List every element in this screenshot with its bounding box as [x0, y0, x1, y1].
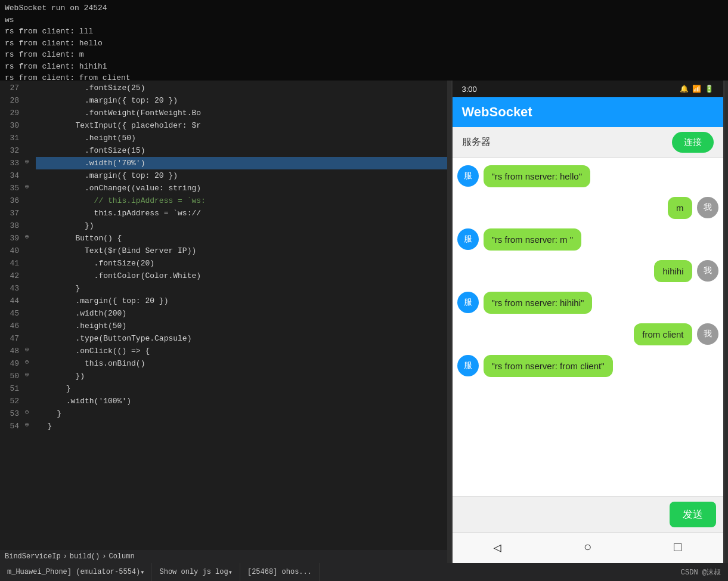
terminal-line: rs from client: hello — [5, 38, 723, 50]
breadcrumb-part-2: build() — [70, 552, 100, 561]
code-line: } — [36, 407, 447, 420]
gutter-icon — [24, 118, 36, 131]
chat-area[interactable]: 服"rs from nserver: hello"我m服"rs from nse… — [453, 158, 723, 496]
home-button[interactable]: ○ — [584, 540, 591, 555]
line-number: 53 — [5, 407, 19, 420]
gutter-icon: ⊖ — [24, 369, 36, 381]
gutter-icon — [24, 206, 36, 218]
line-number: 33 — [5, 157, 19, 169]
code-line: .fontSize(25) — [36, 82, 447, 94]
log-filter[interactable]: Show only js log ▾ — [152, 563, 240, 581]
gutter-icon: ⊖ — [24, 419, 36, 431]
chat-message: 服"rs from nserver: from client" — [457, 355, 718, 377]
code-line: this.ipAddress = `ws:// — [36, 207, 447, 220]
code-line: .fontSize(20) — [36, 257, 447, 270]
code-line: .fontWeight(FontWeight.Bo — [36, 107, 447, 119]
connect-button[interactable]: 连接 — [672, 132, 714, 153]
line-number: 45 — [5, 307, 19, 320]
code-line: Button() { — [36, 232, 447, 245]
code-line: .margin({ top: 20 }) — [36, 94, 447, 107]
chat-avatar: 服 — [457, 165, 479, 187]
code-line: .margin({ top: 20 }) — [36, 169, 447, 182]
chat-avatar: 我 — [697, 323, 718, 345]
gutter-icon — [24, 319, 36, 331]
line-numbers: 2728293031323334353637383940414243444546… — [0, 81, 24, 550]
code-line: .fontSize(15) — [36, 144, 447, 157]
gutter-icon — [24, 281, 36, 293]
code-line: .width('100%') — [36, 395, 447, 407]
csdn-badge: CSDN @沫叔 — [674, 567, 728, 577]
breadcrumb-part-1: BindServiceIp — [5, 552, 61, 561]
code-line: .onChange((value: string) — [36, 182, 447, 194]
gutter-icon — [24, 218, 36, 231]
gutter-icon — [24, 293, 36, 306]
phone-container: 3:00 🔔 📶 🔋 WebSocket 服务器 连接 服"rs from ns… — [447, 81, 728, 563]
code-line: this.onBind() — [36, 357, 447, 370]
back-button[interactable]: ◁ — [494, 540, 501, 556]
code-line: } — [36, 282, 447, 295]
line-number: 39 — [5, 232, 19, 245]
device-selector[interactable]: m_Huawei_Phone] (emulator-5554) ▾ — [0, 563, 152, 581]
chat-bubble: "rs from nserver: m " — [484, 228, 582, 251]
process-label: [25468] ohos... — [247, 568, 312, 576]
code-line: } — [36, 420, 447, 432]
device-dropdown-icon: ▾ — [140, 568, 144, 577]
chat-bubble: hihihi — [654, 260, 692, 282]
terminal-line: rs from client: lll — [5, 26, 723, 38]
terminal-line: WebSocket run on 24524 — [5, 2, 723, 14]
code-line: }) — [36, 220, 447, 232]
code-line: .width('70%') — [36, 157, 447, 169]
gutter-icon: ⊖ — [24, 181, 36, 193]
line-number: 36 — [5, 194, 19, 207]
line-number: 35 — [5, 182, 19, 194]
gutter-icon — [24, 168, 36, 181]
chat-message: 服"rs from nserver: m " — [457, 228, 718, 251]
line-number: 32 — [5, 144, 19, 157]
line-number: 27 — [5, 82, 19, 94]
line-number: 40 — [5, 245, 19, 257]
gutter-icon — [24, 243, 36, 256]
gutter-icon — [24, 193, 36, 206]
gutter-icon — [24, 331, 36, 344]
gutter-icon — [24, 81, 36, 93]
breadcrumb-sep-1: › — [63, 552, 67, 561]
code-line: .height(50) — [36, 320, 447, 332]
line-number: 44 — [5, 295, 19, 307]
line-number: 42 — [5, 270, 19, 282]
line-number: 30 — [5, 119, 19, 132]
line-number: 52 — [5, 395, 19, 407]
chat-avatar: 我 — [697, 197, 718, 218]
line-number: 34 — [5, 169, 19, 182]
bottom-bar: m_Huawei_Phone] (emulator-5554) ▾ Show o… — [0, 563, 728, 581]
chat-message: 我m — [457, 197, 718, 219]
send-button[interactable]: 发送 — [670, 502, 716, 527]
log-filter-label: Show only js log — [159, 568, 228, 576]
chat-message: 我hihihi — [457, 260, 718, 282]
gutter: ⊖⊖⊖⊖⊖⊖⊖⊖ — [24, 81, 36, 550]
breadcrumb-sep-2: › — [102, 552, 106, 561]
recents-button[interactable]: □ — [674, 540, 681, 555]
code-editor: 2728293031323334353637383940414243444546… — [0, 81, 447, 563]
chat-bubble: from client — [634, 323, 692, 345]
line-number: 48 — [5, 345, 19, 357]
process-info: [25468] ohos... — [240, 563, 320, 581]
breadcrumb-part-3: Column — [109, 552, 134, 561]
terminal-output: WebSocket run on 24524wsrs from client: … — [0, 0, 728, 81]
terminal-line: ws — [5, 14, 723, 26]
chat-avatar: 我 — [697, 260, 718, 282]
app-header: WebSocket — [453, 97, 723, 127]
chat-bubble: "rs from nserver: hihihi" — [484, 292, 593, 314]
app-title: WebSocket — [462, 104, 532, 120]
line-number: 46 — [5, 320, 19, 332]
server-label: 服务器 — [462, 136, 491, 149]
chat-avatar: 服 — [457, 355, 479, 376]
gutter-icon: ⊖ — [24, 344, 36, 356]
code-line: .width(200) — [36, 307, 447, 320]
code-content[interactable]: .fontSize(25) .margin({ top: 20 }) .font… — [36, 81, 447, 550]
line-number: 28 — [5, 94, 19, 107]
code-line: .onClick(() => { — [36, 345, 447, 357]
line-number: 37 — [5, 207, 19, 220]
code-line: .fontColor(Color.White) — [36, 270, 447, 282]
chat-bubble: m — [668, 197, 692, 219]
gutter-icon — [24, 381, 36, 394]
